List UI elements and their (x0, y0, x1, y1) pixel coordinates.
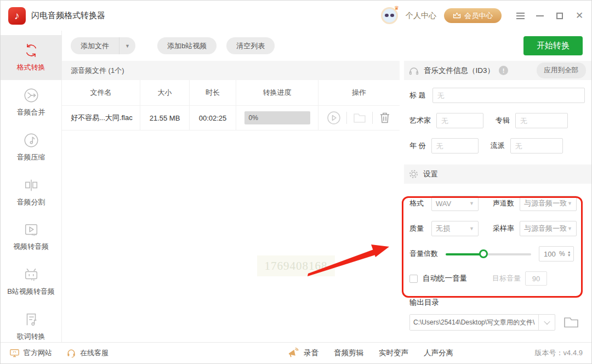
volume-stepper[interactable]: ▲▼ (567, 251, 571, 257)
quality-select[interactable]: 无损 ▼ (431, 221, 479, 236)
auto-volume-label: 自动统一音量 (423, 274, 467, 283)
source-files-header: 源音频文件 (1个) (62, 61, 400, 80)
headphone-icon (408, 65, 419, 76)
voice-change-link[interactable]: 实时变声 (379, 348, 408, 358)
volume-slider[interactable] (446, 249, 531, 259)
toolbar: 添加文件 ▼ 添加b站视频 清空列表 开始转换 (62, 31, 591, 61)
record-link[interactable]: 录音 (287, 348, 318, 359)
channels-label: 声道数 (493, 198, 514, 208)
status-bar: 官方网站 在线客服 录音 音频剪辑 实时变声 人声分离 版本号：v4.4.9 (1, 342, 591, 363)
chevron-down-icon (544, 318, 550, 325)
album-field[interactable] (515, 113, 568, 128)
id3-section-header: 音乐文件信息（ID3） ! 应用到全部 (404, 61, 591, 80)
right-panel: 音乐文件信息（ID3） ! 应用到全部 标 题 艺术家 专辑 年 份 流派 (404, 61, 591, 342)
volume-input[interactable] (544, 250, 559, 258)
audio-compress-icon (23, 132, 39, 149)
samplerate-select[interactable]: 与源音频一致 ▼ (520, 221, 577, 236)
output-area: 输出目录 (404, 286, 591, 331)
output-path-input[interactable] (410, 315, 538, 330)
format-convert-icon (23, 42, 39, 59)
file-name: 好不容易...大同.flac (62, 106, 140, 130)
user-avatar[interactable]: ♛ (381, 7, 398, 24)
year-field[interactable] (431, 138, 479, 153)
volume-unit: % (559, 250, 565, 258)
progress-cell: 0% (236, 106, 318, 130)
sidebar-item-audio-split[interactable]: 音频分割 (1, 170, 61, 215)
folder-icon[interactable] (352, 111, 367, 124)
sidebar-item-label: 歌词转换 (17, 332, 45, 342)
chevron-down-icon: ▼ (469, 226, 474, 231)
quality-value: 无损 (436, 224, 450, 234)
audio-split-icon (23, 177, 39, 194)
col-filename: 文件名 (62, 80, 140, 105)
sidebar-item-bilibili-to-audio[interactable]: B站视频转音频 (1, 259, 61, 304)
maximize-icon[interactable] (555, 12, 564, 20)
sidebar-item-format-convert[interactable]: 格式转换 (1, 35, 61, 80)
target-volume-input[interactable] (525, 271, 547, 286)
title-field[interactable] (432, 88, 585, 103)
version-label: 版本号：v4.4.9 (535, 348, 583, 358)
start-convert-button[interactable]: 开始转换 (523, 36, 583, 55)
audio-edit-link[interactable]: 音频剪辑 (334, 348, 363, 358)
genre-field-label: 流派 (491, 141, 505, 151)
operations-cell (318, 106, 400, 130)
add-file-dropdown[interactable]: ▼ (119, 37, 135, 54)
menu-icon[interactable] (516, 12, 525, 20)
genre-field[interactable] (510, 138, 563, 153)
video-to-audio-icon (23, 221, 39, 238)
col-duration: 时长 (190, 80, 236, 105)
clear-list-label: 清空列表 (226, 41, 275, 51)
member-center-button[interactable]: 会员中心 (444, 8, 502, 23)
artist-field[interactable] (436, 113, 483, 128)
settings-section-header: 设置 (404, 164, 591, 184)
sidebar: 格式转换 音频合并 音频压缩 音频分割 视频转音频 (1, 31, 62, 342)
minimize-icon[interactable] (536, 12, 544, 20)
browse-folder-button[interactable] (563, 315, 579, 329)
file-table: 文件名 大小 时长 转换进度 操作 好不容易...大同.flac 21.55 M… (62, 80, 400, 130)
file-list-panel: 源音频文件 (1个) 文件名 大小 时长 转换进度 操作 好不容易...大同.f… (62, 61, 400, 342)
auto-volume-checkbox[interactable] (409, 275, 418, 283)
add-bilibili-button[interactable]: 添加b站视频 (157, 37, 217, 54)
trash-icon[interactable] (378, 111, 391, 125)
id3-title: 音乐文件信息（ID3） (424, 66, 494, 76)
record-label: 录音 (304, 348, 318, 358)
path-dropdown[interactable] (538, 315, 555, 330)
sidebar-item-video-to-audio[interactable]: 视频转音频 (1, 214, 61, 259)
progress-bar: 0% (244, 111, 310, 124)
vocal-separation-link[interactable]: 人声分离 (424, 348, 453, 358)
chevron-down-icon: ▼ (469, 201, 474, 206)
apply-to-all-button[interactable]: 应用到全部 (537, 62, 587, 78)
info-icon[interactable]: ! (499, 66, 508, 75)
col-progress: 转换进度 (236, 80, 318, 105)
clear-list-button[interactable]: 清空列表 (226, 37, 275, 54)
personal-center-link[interactable]: 个人中心 (406, 11, 436, 21)
format-select[interactable]: WAV ▼ (431, 196, 479, 211)
headset-icon (66, 348, 76, 358)
slider-thumb[interactable] (479, 249, 488, 258)
close-icon[interactable]: ✕ (575, 12, 584, 20)
add-bilibili-label: 添加b站视频 (157, 41, 217, 51)
sidebar-item-label: 音频分割 (17, 197, 45, 208)
format-label: 格式 (409, 198, 424, 208)
megaphone-icon (287, 348, 299, 359)
online-support-link[interactable]: 在线客服 (66, 348, 109, 358)
chevron-down-icon: ▼ (567, 201, 572, 206)
sidebar-item-audio-merge[interactable]: 音频合并 (1, 80, 61, 125)
sidebar-item-audio-compress[interactable]: 音频压缩 (1, 125, 61, 170)
channels-select[interactable]: 与源音频一致 ▼ (520, 196, 577, 211)
audio-merge-icon (23, 87, 39, 104)
official-website-link[interactable]: 官方网站 (9, 348, 52, 358)
table-header-row: 文件名 大小 时长 转换进度 操作 (62, 80, 400, 106)
album-field-label: 专辑 (496, 116, 510, 126)
title-field-label: 标 题 (409, 90, 426, 100)
add-file-button[interactable]: 添加文件 ▼ (71, 37, 135, 54)
id3-fields: 标 题 艺术家 专辑 年 份 流派 (404, 80, 591, 164)
col-operations: 操作 (318, 80, 400, 105)
sidebar-item-label: 音频压缩 (17, 152, 45, 163)
folder-icon (563, 315, 579, 329)
sidebar-item-label: 音频合并 (17, 107, 45, 118)
member-center-label: 会员中心 (464, 11, 493, 21)
sidebar-item-label: 格式转换 (17, 62, 45, 73)
play-icon[interactable] (327, 111, 341, 125)
col-size: 大小 (140, 80, 190, 105)
